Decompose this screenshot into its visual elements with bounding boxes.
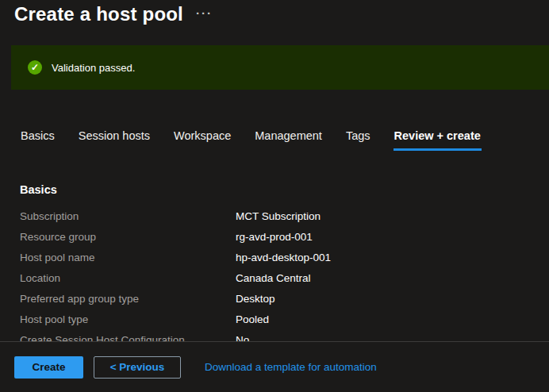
review-row-preferred-app-group-type: Preferred app group type Desktop [20, 293, 549, 313]
field-label: Create Session Host Configuration [20, 334, 236, 341]
review-row-location: Location Canada Central [20, 272, 549, 293]
field-value: Pooled [236, 313, 269, 326]
review-row-host-pool-name: Host pool name hp-avd-desktop-001 [20, 252, 549, 272]
field-value: Desktop [236, 293, 275, 306]
page-title: Create a host pool [14, 2, 183, 26]
tab-session-hosts[interactable]: Session hosts [78, 129, 151, 151]
download-template-link[interactable]: Download a template for automation [205, 361, 377, 373]
field-label: Resource group [20, 231, 236, 244]
action-bar: Create < Previous Download a template fo… [0, 341, 549, 392]
section-title-basics: Basics [20, 183, 549, 197]
success-check-icon: ✓ [28, 60, 42, 75]
field-value: hp-avd-desktop-001 [236, 252, 331, 264]
page-header: Create a host pool ··· [14, 0, 213, 29]
tab-basics[interactable]: Basics [20, 129, 56, 151]
field-value: Canada Central [236, 272, 311, 285]
field-label: Subscription [20, 210, 236, 223]
create-button[interactable]: Create [14, 356, 83, 379]
tab-tags[interactable]: Tags [345, 129, 371, 151]
field-label: Location [20, 272, 236, 285]
review-row-resource-group: Resource group rg-avd-prod-001 [20, 231, 549, 252]
review-summary: Basics Subscription MCT Subscription Res… [20, 178, 549, 341]
field-label: Host pool type [20, 313, 236, 326]
review-row-create-session-host-configuration: Create Session Host Configuration No [20, 334, 549, 341]
field-value: rg-avd-prod-001 [236, 231, 313, 244]
tab-review-create[interactable]: Review + create [394, 129, 482, 151]
tab-workspace[interactable]: Workspace [173, 129, 232, 151]
field-value: No [236, 334, 249, 341]
tab-management[interactable]: Management [254, 129, 323, 151]
validation-banner: ✓ Validation passed. [11, 45, 549, 90]
review-row-subscription: Subscription MCT Subscription [20, 210, 549, 231]
review-field-list: Subscription MCT Subscription Resource g… [20, 210, 549, 341]
field-value: MCT Subscription [236, 210, 321, 223]
field-label: Host pool name [20, 252, 236, 264]
validation-message: Validation passed. [52, 62, 135, 74]
create-host-pool-page: Create a host pool ··· ✓ Validation pass… [0, 0, 549, 392]
more-options-icon[interactable]: ··· [196, 6, 213, 20]
review-row-host-pool-type: Host pool type Pooled [20, 313, 549, 334]
field-label: Preferred app group type [20, 293, 236, 306]
tab-bar: Basics Session hosts Workspace Managemen… [20, 129, 482, 151]
previous-button[interactable]: < Previous [94, 356, 181, 379]
